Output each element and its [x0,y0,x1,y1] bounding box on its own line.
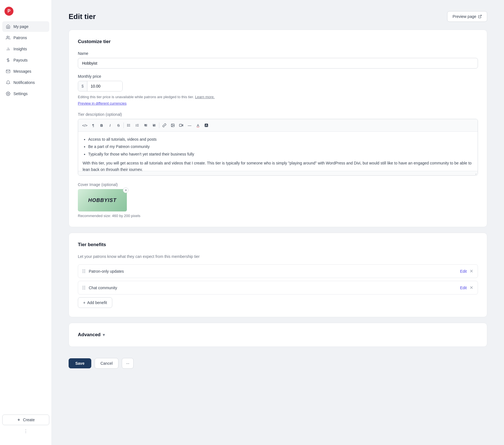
chevron-down-icon: ▾ [103,333,105,337]
benefit-actions-0: Edit ✕ [460,269,473,274]
toolbar-indent-btn[interactable] [150,121,158,129]
cover-label: Cover Image (optional) [78,182,478,187]
sidebar-item-insights[interactable]: Insights [2,44,49,54]
toolbar-strikethrough-btn[interactable]: S [115,121,122,129]
toolbar-image-btn[interactable] [169,121,177,129]
add-benefit-plus: + [83,300,85,305]
toolbar-bullet-btn[interactable] [125,121,133,129]
create-label: Create [23,418,35,422]
benefit-name-0: Patron-only updates [89,269,457,274]
preview-currencies-link[interactable]: Preview in different currencies [78,101,127,105]
toolbar-hr-btn[interactable]: — [186,121,193,129]
benefits-subtitle: Let your patrons know what they can expe… [78,254,478,259]
price-label: Monthly price [78,74,478,79]
customize-tier-title: Customize tier [78,39,478,44]
users-icon [6,35,11,40]
main-content: Edit tier Preview page Customize tier Na… [52,0,504,445]
advanced-card: Advanced ▾ [69,323,487,347]
benefit-edit-1[interactable]: Edit [460,286,467,290]
sidebar-item-settings[interactable]: Settings [2,88,49,99]
sidebar-item-payouts[interactable]: Payouts [2,55,49,65]
sidebar: P My page Patrons Insights Payouts [0,0,52,445]
price-field: $ [78,81,123,91]
editor-resize-handle[interactable]: ⌟ [78,171,478,175]
cover-image-text: HOBBYIST [88,197,116,203]
svg-point-0 [7,36,8,37]
patreon-logo: P [4,7,13,16]
description-bullet-3: Typically for those who haven't yet star… [88,151,473,157]
editor-body[interactable]: Access to all tutorials, videos and post… [78,132,478,171]
benefit-item-0: Patron-only updates Edit ✕ [78,264,478,278]
benefit-name-1: Chat community [89,286,457,290]
benefit-actions-1: Edit ✕ [460,285,473,290]
create-button[interactable]: Create [2,415,49,425]
sidebar-nav: My page Patrons Insights Payouts Message [0,21,52,410]
description-editor[interactable]: </> ¶ B I S [78,119,478,176]
drag-handle-1[interactable] [83,286,85,289]
toolbar-bold-btn[interactable]: B [98,121,106,129]
sidebar-logo: P [0,4,52,21]
price-input[interactable] [87,81,122,91]
price-currency-symbol: $ [78,81,87,91]
svg-rect-29 [179,124,182,126]
svg-point-11 [127,125,128,126]
toolbar-separator-2 [159,123,159,128]
svg-point-27 [172,124,172,125]
sidebar-item-label: Payouts [13,58,28,62]
advanced-title: Advanced [78,332,101,338]
add-benefit-label: Add benefit [87,300,107,305]
sidebar-item-label: Insights [13,47,27,51]
description-paragraph: With this tier, you will get access to a… [83,160,473,171]
sidebar-item-my-page[interactable]: My page [2,21,49,32]
save-button[interactable]: Save [69,358,91,368]
name-label: Name [78,51,478,56]
toolbar-paragraph-btn[interactable]: ¶ [89,121,97,129]
sidebar-bottom: Create ⋮ [0,410,52,441]
toolbar-outdent-btn[interactable] [142,121,150,129]
sidebar-more-dots[interactable]: ⋮ [2,426,49,436]
resize-icon: ⌟ [475,172,477,175]
preview-page-button[interactable]: Preview page [447,11,487,22]
more-options-button[interactable]: ··· [122,358,134,369]
sidebar-item-label: Settings [13,91,28,96]
sidebar-item-patrons[interactable]: Patrons [2,32,49,43]
toolbar-link-btn[interactable] [160,121,168,129]
toolbar-numbered-btn[interactable] [133,121,141,129]
cover-image-container: HOBBYIST ✕ [78,189,127,211]
editor-toolbar: </> ¶ B I S [78,119,478,132]
tier-name-input[interactable] [78,58,478,69]
sidebar-item-label: Notifications [13,80,35,85]
sidebar-item-notifications[interactable]: Notifications [2,77,49,88]
benefit-item-1: Chat community Edit ✕ [78,281,478,295]
dollar-icon [6,58,11,63]
toolbar-bg-color-btn[interactable]: A [202,121,210,129]
toolbar-code-btn[interactable]: </> [81,121,89,129]
description-bullet-2: Be a part of my Patreon community [88,143,473,150]
benefit-remove-1[interactable]: ✕ [470,285,473,290]
cover-image: HOBBYIST [78,189,127,211]
svg-point-13 [127,126,128,126]
toolbar-italic-btn[interactable]: I [106,121,114,129]
description-bullet-1: Access to all tutorials, videos and post… [88,136,473,142]
cancel-button[interactable]: Cancel [95,358,119,369]
advanced-toggle[interactable]: Advanced ▾ [78,332,478,338]
bar-chart-icon [6,46,11,51]
page-title: Edit tier [69,12,96,21]
toolbar-text-color-btn[interactable]: A [194,121,202,129]
description-label: Tier description (optional) [78,112,478,117]
drag-handle-0[interactable] [83,269,85,273]
add-benefit-button[interactable]: + Add benefit [78,297,112,308]
sidebar-item-messages[interactable]: Messages [2,66,49,77]
benefit-edit-0[interactable]: Edit [460,269,467,274]
svg-point-5 [8,93,9,94]
bell-icon [6,80,11,85]
sidebar-item-label: Messages [13,69,31,74]
cover-hint: Recommended size: 460 by 200 pixels [78,214,478,218]
benefit-remove-0[interactable]: ✕ [470,269,473,274]
toolbar-video-btn[interactable] [177,121,185,129]
cover-remove-button[interactable]: ✕ [123,187,129,193]
sidebar-item-label: Patrons [13,36,27,40]
svg-point-9 [127,124,128,124]
learn-more-link[interactable]: Learn more. [195,95,214,99]
home-icon [6,24,11,29]
